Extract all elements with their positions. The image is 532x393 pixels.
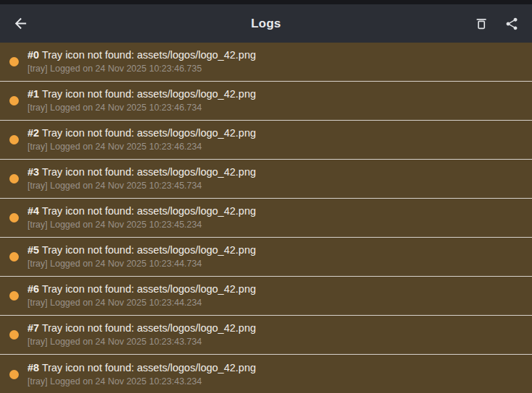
log-index: #7 bbox=[27, 322, 39, 334]
log-level-dot bbox=[9, 174, 19, 183]
log-level-dot bbox=[9, 213, 19, 223]
log-meta: [tray] Logged on 24 Nov 2025 10:23:46.23… bbox=[27, 142, 523, 152]
log-index: #0 bbox=[27, 49, 39, 61]
log-meta: [tray] Logged on 24 Nov 2025 10:23:43.73… bbox=[27, 337, 523, 347]
log-meta: [tray] Logged on 24 Nov 2025 10:23:44.73… bbox=[27, 259, 523, 269]
log-index: #5 bbox=[27, 244, 39, 256]
log-level-dot bbox=[9, 96, 19, 105]
log-index: #4 bbox=[27, 205, 39, 217]
share-icon bbox=[505, 17, 519, 31]
page-title: Logs bbox=[0, 17, 532, 31]
trash-icon bbox=[474, 16, 489, 31]
app-bar-actions bbox=[471, 14, 522, 34]
log-level-dot bbox=[9, 330, 19, 340]
share-logs-button[interactable] bbox=[502, 14, 522, 34]
log-message: #8 Tray icon not found: assets/logos/log… bbox=[27, 362, 523, 374]
log-message: #0 Tray icon not found: assets/logos/log… bbox=[27, 49, 523, 61]
log-row[interactable]: #4 Tray icon not found: assets/logos/log… bbox=[0, 199, 532, 238]
log-level-dot bbox=[9, 57, 19, 66]
log-meta: [tray] Logged on 24 Nov 2025 10:23:43.23… bbox=[27, 376, 523, 387]
log-index: #3 bbox=[27, 166, 39, 178]
log-row[interactable]: #5 Tray icon not found: assets/logos/log… bbox=[0, 238, 532, 277]
logs-screen: Logs #0 Tray icon not found: assets/ bbox=[0, 0, 532, 393]
log-index: #2 bbox=[27, 127, 39, 139]
app-bar: Logs bbox=[0, 4, 532, 43]
log-index: #6 bbox=[27, 283, 39, 295]
back-button[interactable] bbox=[10, 14, 30, 34]
log-level-dot bbox=[9, 370, 19, 379]
log-index: #8 bbox=[27, 362, 39, 373]
log-meta: [tray] Logged on 24 Nov 2025 10:23:46.73… bbox=[27, 103, 523, 113]
log-row[interactable]: #6 Tray icon not found: assets/logos/log… bbox=[0, 277, 532, 316]
log-row[interactable]: #8 Tray icon not found: assets/logos/log… bbox=[0, 355, 532, 393]
log-meta: [tray] Logged on 24 Nov 2025 10:23:46.73… bbox=[27, 64, 523, 74]
log-row[interactable]: #1 Tray icon not found: assets/logos/log… bbox=[0, 82, 532, 121]
log-row[interactable]: #3 Tray icon not found: assets/logos/log… bbox=[0, 160, 532, 199]
delete-logs-button[interactable] bbox=[471, 14, 492, 34]
log-level-dot bbox=[9, 135, 19, 144]
log-level-dot bbox=[9, 252, 19, 262]
log-row[interactable]: #2 Tray icon not found: assets/logos/log… bbox=[0, 121, 532, 160]
arrow-left-icon bbox=[12, 15, 29, 32]
log-message: #4 Tray icon not found: assets/logos/log… bbox=[27, 205, 523, 217]
log-row[interactable]: #7 Tray icon not found: assets/logos/log… bbox=[0, 316, 532, 355]
log-list: #0 Tray icon not found: assets/logos/log… bbox=[0, 43, 532, 393]
log-meta: [tray] Logged on 24 Nov 2025 10:23:44.23… bbox=[27, 298, 523, 308]
log-message: #2 Tray icon not found: assets/logos/log… bbox=[27, 127, 523, 139]
log-message: #6 Tray icon not found: assets/logos/log… bbox=[27, 283, 523, 295]
log-meta: [tray] Logged on 24 Nov 2025 10:23:45.73… bbox=[27, 181, 523, 191]
log-row[interactable]: #0 Tray icon not found: assets/logos/log… bbox=[0, 43, 532, 82]
log-message: #7 Tray icon not found: assets/logos/log… bbox=[27, 322, 523, 334]
log-level-dot bbox=[9, 291, 19, 301]
log-message: #5 Tray icon not found: assets/logos/log… bbox=[27, 244, 523, 256]
log-message: #3 Tray icon not found: assets/logos/log… bbox=[27, 166, 523, 178]
log-index: #1 bbox=[27, 88, 39, 100]
log-message: #1 Tray icon not found: assets/logos/log… bbox=[27, 88, 523, 100]
log-meta: [tray] Logged on 24 Nov 2025 10:23:45.23… bbox=[27, 220, 523, 230]
